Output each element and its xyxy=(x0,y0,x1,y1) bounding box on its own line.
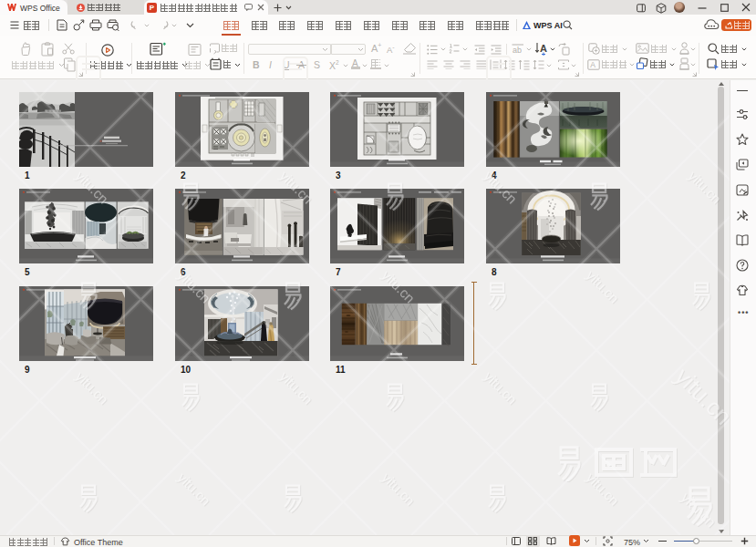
svg-text:ab: ab xyxy=(513,46,522,55)
svg-text:A: A xyxy=(590,60,595,69)
svg-text:yitu.cn: yitu.cn xyxy=(379,470,419,509)
svg-text:yitu.cn: yitu.cn xyxy=(175,470,214,509)
svg-text:yitu.cn: yitu.cn xyxy=(277,368,316,408)
svg-text:yitu.cn: yitu.cn xyxy=(73,368,112,408)
svg-text:A: A xyxy=(540,43,547,54)
svg-text:yitu.cn: yitu.cn xyxy=(584,267,623,306)
svg-text:yitu.cn: yitu.cn xyxy=(482,368,521,408)
svg-text:yitu.cn: yitu.cn xyxy=(584,470,623,509)
svg-text:yitu.cn: yitu.cn xyxy=(678,490,720,531)
